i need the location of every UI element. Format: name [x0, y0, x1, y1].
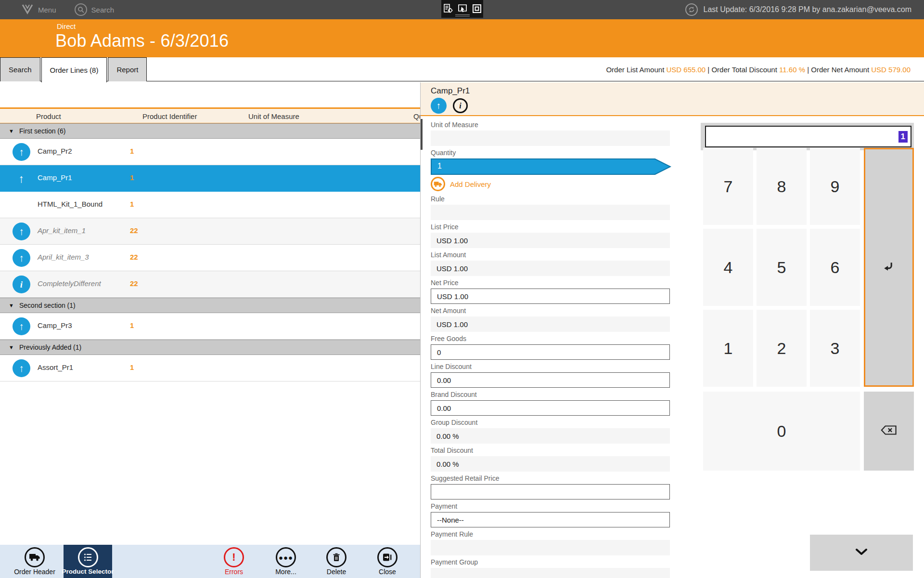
refresh-icon[interactable] [685, 3, 698, 16]
up-arrow-icon: ↑ [13, 317, 30, 335]
field-free-goods[interactable]: 0 [431, 344, 670, 360]
order-list-amount-value: USD 655.00 [666, 66, 706, 74]
enter-icon [883, 261, 895, 274]
col-quantity: Quantity [413, 112, 420, 120]
field-label-group-discount: Group Discount [431, 419, 670, 427]
field-label-suggested-retail-price: Suggested Retail Price [431, 474, 670, 483]
field-label-total-discount: Total Discount [431, 447, 670, 455]
search-label: Search [91, 6, 115, 14]
delivery-truck-icon [431, 177, 445, 191]
table-row[interactable]: ↑ Camp_Pr2 1 [0, 139, 420, 165]
field-label-net-amount: Net Amount [431, 307, 670, 315]
product-selector-icon [78, 547, 98, 567]
order-summary: Order List Amount USD 655.00 | Order Tot… [606, 57, 911, 81]
scrollbar-thumb[interactable] [421, 119, 423, 150]
quantity-arrow-shape [431, 158, 671, 175]
top-bar: Menu Search Last Update: 6/3/2016 9:28 P… [0, 0, 924, 19]
menu-button[interactable]: Menu [21, 4, 56, 16]
numpad-key-7[interactable]: 7 [703, 148, 753, 225]
order-header-button[interactable]: Order Header [6, 547, 64, 576]
numpad-backspace-key[interactable] [864, 392, 914, 471]
table-row[interactable]: ↑ Apr_kit_item_1 22 [0, 218, 420, 245]
numpad-key-4[interactable]: 4 [703, 229, 753, 306]
errors-button[interactable]: ! Errors [205, 547, 263, 576]
table-row[interactable]: i CompletelyDifferent 22 [0, 271, 420, 298]
overlay-drag-handle[interactable] [455, 14, 470, 16]
detail-fields: Unit of Measure Quantity 1 Add Delivery … [431, 121, 670, 578]
detail-panel-header: Camp_Pr1 ↑ i [421, 82, 924, 116]
table-row[interactable]: ↑ Assort_Pr1 1 [0, 355, 420, 381]
numpad-key-5[interactable]: 5 [757, 229, 807, 306]
field-payment-select[interactable]: --None-- [431, 512, 670, 527]
script-target-icon[interactable] [443, 3, 453, 16]
numpad-input-selected-value: 1 [898, 131, 908, 143]
numpad-enter-key[interactable] [864, 148, 914, 387]
field-suggested-retail-price[interactable] [431, 484, 670, 499]
table-row[interactable]: ↑ Camp_Pr3 1 [0, 313, 420, 340]
field-label-rule: Rule [431, 195, 670, 203]
tab-order-lines[interactable]: Order Lines (8) [41, 57, 107, 82]
field-label-list-price: List Price [431, 223, 670, 231]
quantity-field[interactable]: 1 [431, 158, 671, 175]
table-row-selected[interactable]: ↑ Camp_Pr1 1 [0, 165, 420, 192]
field-label-list-amount: List Amount [431, 251, 670, 259]
numpad-key-9[interactable]: 9 [810, 148, 860, 225]
numpad-input[interactable]: 1 [705, 126, 911, 147]
field-label-brand-discount: Brand Discount [431, 391, 670, 399]
product-detail-panel: Camp_Pr1 ↑ i Unit of Measure Quantity 1 … [420, 82, 924, 578]
error-exclamation-icon: ! [224, 547, 244, 567]
menu-label: Menu [38, 6, 56, 14]
section-first[interactable]: ▼ First section (6) [0, 123, 420, 139]
numpad-key-1[interactable]: 1 [703, 310, 753, 387]
add-delivery-button[interactable]: Add Delivery [431, 177, 670, 191]
tab-report[interactable]: Report [108, 57, 147, 81]
more-button[interactable]: ●●● More... [257, 547, 315, 576]
numpad-key-6[interactable]: 6 [810, 229, 860, 306]
field-payment-rule [431, 540, 670, 555]
collapse-triangle-icon: ▼ [9, 302, 19, 308]
field-net-amount: USD 1.00 [431, 316, 670, 332]
up-arrow-icon: ↑ [13, 359, 30, 377]
up-arrow-icon: ↑ [13, 249, 30, 267]
order-net-amount-value: USD 579.00 [871, 66, 911, 74]
search-button[interactable]: Search [75, 3, 115, 16]
exit-icon [377, 547, 398, 567]
up-arrow-icon[interactable]: ↑ [431, 98, 447, 114]
field-line-discount[interactable]: 0.00 [431, 372, 670, 388]
numpad-key-8[interactable]: 8 [757, 148, 807, 225]
veeva-logo-icon [21, 4, 34, 16]
dismiss-keypad-button[interactable] [810, 535, 913, 571]
field-brand-discount[interactable]: 0.00 [431, 400, 670, 416]
table-row[interactable]: ↑ April_kit_item_3 22 [0, 245, 420, 271]
table-row[interactable]: HTML_Kit_1_Bound 1 [0, 192, 420, 218]
numpad-key-0[interactable]: 0 [703, 392, 860, 471]
section-previously-added[interactable]: ▼ Previously Added (1) [0, 340, 420, 355]
field-label-free-goods: Free Goods [431, 335, 670, 343]
square-in-square-icon[interactable] [472, 3, 482, 16]
info-icon[interactable]: i [453, 98, 468, 113]
table-header: Product Product Identifier Unit of Measu… [0, 107, 420, 123]
col-product: Product [36, 112, 61, 120]
delete-button[interactable]: Delete [308, 547, 365, 576]
product-selector-button[interactable]: Product Selector [64, 545, 112, 578]
tab-bar: Search Order Lines (8) Report Order List… [0, 57, 924, 81]
section-second[interactable]: ▼ Second section (1) [0, 298, 420, 313]
order-header-band: Direct Bob Adams - 6/3/2016 [0, 19, 924, 57]
numpad-key-3[interactable]: 3 [810, 310, 860, 387]
col-product-identifier: Product Identifier [142, 112, 197, 120]
collapse-triangle-icon: ▼ [9, 128, 19, 134]
backspace-icon [881, 425, 897, 437]
bottom-toolbar: Order Header Product Selector ! Errors ●… [0, 545, 420, 578]
info-icon: i [13, 276, 30, 293]
field-net-price[interactable]: USD 1.00 [431, 289, 670, 304]
field-label-payment-group: Payment Group [431, 558, 670, 566]
order-total-discount-value: 11.60 % [779, 66, 805, 74]
tab-search[interactable]: Search [0, 57, 40, 81]
close-button[interactable]: Close [359, 547, 416, 576]
ellipsis-icon: ●●● [276, 547, 296, 567]
numpad-key-2[interactable]: 2 [757, 310, 807, 387]
field-list-price: USD 1.00 [431, 233, 670, 248]
truck-icon [25, 547, 45, 567]
field-label-unit-of-measure: Unit of Measure [431, 121, 670, 129]
order-lines-table: Product Product Identifier Unit of Measu… [0, 107, 420, 381]
